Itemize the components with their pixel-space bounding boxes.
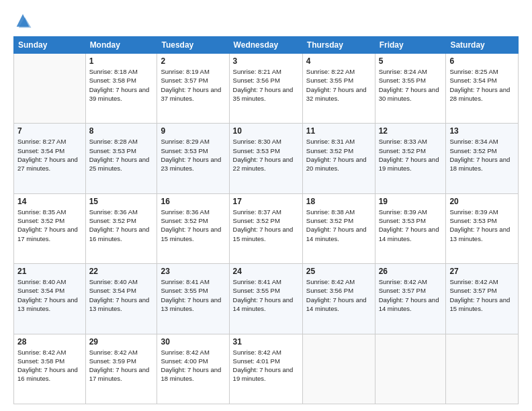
day-cell: 9Sunrise: 8:29 AMSunset: 3:53 PMDaylight… — [157, 124, 229, 193]
week-row-2: 7Sunrise: 8:27 AMSunset: 3:54 PMDaylight… — [14, 124, 519, 193]
logo — [13, 12, 34, 31]
day-number: 25 — [306, 267, 371, 276]
day-cell: 15Sunrise: 8:36 AMSunset: 3:52 PMDayligh… — [85, 193, 157, 263]
day-number: 9 — [161, 126, 225, 136]
day-cell: 19Sunrise: 8:39 AMSunset: 3:53 PMDayligh… — [375, 193, 446, 263]
day-cell: 14Sunrise: 8:35 AMSunset: 3:52 PMDayligh… — [14, 193, 86, 263]
day-info: Sunrise: 8:25 AMSunset: 3:54 PMDaylight:… — [449, 67, 515, 103]
day-cell: 23Sunrise: 8:41 AMSunset: 3:55 PMDayligh… — [157, 264, 229, 334]
day-cell — [302, 334, 375, 404]
day-info: Sunrise: 8:40 AMSunset: 3:54 PMDaylight:… — [17, 277, 82, 313]
day-info: Sunrise: 8:42 AMSunset: 3:58 PMDaylight:… — [17, 348, 82, 383]
day-info: Sunrise: 8:35 AMSunset: 3:52 PMDaylight:… — [17, 208, 82, 243]
day-number: 7 — [17, 126, 82, 136]
day-number: 5 — [379, 56, 443, 66]
day-info: Sunrise: 8:19 AMSunset: 3:57 PMDaylight:… — [161, 67, 225, 103]
week-row-1: 1Sunrise: 8:18 AMSunset: 3:58 PMDaylight… — [14, 54, 519, 124]
header — [13, 12, 519, 31]
day-cell: 31Sunrise: 8:42 AMSunset: 4:01 PMDayligh… — [229, 334, 302, 404]
day-number: 12 — [379, 126, 443, 136]
day-cell: 25Sunrise: 8:42 AMSunset: 3:56 PMDayligh… — [302, 264, 375, 334]
day-number: 28 — [17, 337, 82, 347]
day-number: 16 — [161, 197, 225, 206]
day-cell: 29Sunrise: 8:42 AMSunset: 3:59 PMDayligh… — [85, 334, 157, 404]
day-info: Sunrise: 8:41 AMSunset: 3:55 PMDaylight:… — [161, 277, 225, 313]
day-cell: 10Sunrise: 8:30 AMSunset: 3:53 PMDayligh… — [229, 124, 302, 193]
week-row-5: 28Sunrise: 8:42 AMSunset: 3:58 PMDayligh… — [14, 334, 519, 404]
day-info: Sunrise: 8:41 AMSunset: 3:55 PMDaylight:… — [233, 277, 299, 313]
day-number: 29 — [89, 337, 154, 347]
header-row: SundayMondayTuesdayWednesdayThursdayFrid… — [14, 37, 519, 54]
day-info: Sunrise: 8:37 AMSunset: 3:52 PMDaylight:… — [233, 208, 299, 243]
calendar-body: 1Sunrise: 8:18 AMSunset: 3:58 PMDaylight… — [14, 54, 519, 404]
day-info: Sunrise: 8:42 AMSunset: 3:57 PMDaylight:… — [379, 277, 443, 313]
day-info: Sunrise: 8:36 AMSunset: 3:52 PMDaylight:… — [89, 208, 154, 243]
day-number: 20 — [449, 197, 515, 206]
day-number: 22 — [89, 267, 154, 276]
column-header-sunday: Sunday — [14, 37, 86, 54]
column-header-tuesday: Tuesday — [157, 37, 229, 54]
column-header-saturday: Saturday — [446, 37, 519, 54]
day-info: Sunrise: 8:39 AMSunset: 3:53 PMDaylight:… — [379, 208, 443, 243]
day-info: Sunrise: 8:31 AMSunset: 3:52 PMDaylight:… — [306, 137, 371, 173]
column-header-monday: Monday — [85, 37, 157, 54]
week-row-4: 21Sunrise: 8:40 AMSunset: 3:54 PMDayligh… — [14, 264, 519, 334]
day-cell: 5Sunrise: 8:24 AMSunset: 3:55 PMDaylight… — [375, 54, 446, 124]
day-cell: 4Sunrise: 8:22 AMSunset: 3:55 PMDaylight… — [302, 54, 375, 124]
day-cell: 21Sunrise: 8:40 AMSunset: 3:54 PMDayligh… — [14, 264, 86, 334]
day-info: Sunrise: 8:24 AMSunset: 3:55 PMDaylight:… — [379, 67, 443, 103]
day-cell: 24Sunrise: 8:41 AMSunset: 3:55 PMDayligh… — [229, 264, 302, 334]
day-cell — [375, 334, 446, 404]
day-cell: 30Sunrise: 8:42 AMSunset: 4:00 PMDayligh… — [157, 334, 229, 404]
day-info: Sunrise: 8:36 AMSunset: 3:52 PMDaylight:… — [161, 208, 225, 243]
day-number: 31 — [233, 337, 299, 347]
day-number: 2 — [161, 56, 225, 66]
day-info: Sunrise: 8:42 AMSunset: 3:56 PMDaylight:… — [306, 277, 371, 313]
day-cell: 3Sunrise: 8:21 AMSunset: 3:56 PMDaylight… — [229, 54, 302, 124]
day-info: Sunrise: 8:29 AMSunset: 3:53 PMDaylight:… — [161, 137, 225, 173]
day-info: Sunrise: 8:42 AMSunset: 3:59 PMDaylight:… — [89, 348, 154, 383]
day-cell: 13Sunrise: 8:34 AMSunset: 3:52 PMDayligh… — [446, 124, 519, 193]
day-number: 19 — [379, 197, 443, 206]
day-info: Sunrise: 8:27 AMSunset: 3:54 PMDaylight:… — [17, 137, 82, 173]
day-cell: 27Sunrise: 8:42 AMSunset: 3:57 PMDayligh… — [446, 264, 519, 334]
day-cell: 2Sunrise: 8:19 AMSunset: 3:57 PMDaylight… — [157, 54, 229, 124]
day-cell: 20Sunrise: 8:39 AMSunset: 3:53 PMDayligh… — [446, 193, 519, 263]
day-number: 21 — [17, 267, 82, 276]
day-cell — [446, 334, 519, 404]
day-cell: 28Sunrise: 8:42 AMSunset: 3:58 PMDayligh… — [14, 334, 86, 404]
day-cell — [14, 54, 86, 124]
day-number: 4 — [306, 56, 371, 66]
day-number: 13 — [449, 126, 515, 136]
day-cell: 11Sunrise: 8:31 AMSunset: 3:52 PMDayligh… — [302, 124, 375, 193]
day-number: 6 — [449, 56, 515, 66]
column-header-friday: Friday — [375, 37, 446, 54]
day-number: 23 — [161, 267, 225, 276]
day-number: 3 — [233, 56, 299, 66]
day-cell: 1Sunrise: 8:18 AMSunset: 3:58 PMDaylight… — [85, 54, 157, 124]
day-info: Sunrise: 8:40 AMSunset: 3:54 PMDaylight:… — [89, 277, 154, 313]
day-number: 30 — [161, 337, 225, 347]
week-row-3: 14Sunrise: 8:35 AMSunset: 3:52 PMDayligh… — [14, 193, 519, 263]
day-number: 24 — [233, 267, 299, 276]
day-cell: 17Sunrise: 8:37 AMSunset: 3:52 PMDayligh… — [229, 193, 302, 263]
day-info: Sunrise: 8:22 AMSunset: 3:55 PMDaylight:… — [306, 67, 371, 103]
day-number: 17 — [233, 197, 299, 206]
day-info: Sunrise: 8:42 AMSunset: 4:01 PMDaylight:… — [233, 348, 299, 383]
column-header-wednesday: Wednesday — [229, 37, 302, 54]
logo-icon — [13, 12, 32, 31]
day-info: Sunrise: 8:18 AMSunset: 3:58 PMDaylight:… — [89, 67, 154, 103]
day-number: 18 — [306, 197, 371, 206]
calendar-table: SundayMondayTuesdayWednesdayThursdayFrid… — [13, 36, 519, 404]
day-number: 1 — [89, 56, 154, 66]
day-number: 27 — [449, 267, 515, 276]
day-info: Sunrise: 8:33 AMSunset: 3:52 PMDaylight:… — [379, 137, 443, 173]
day-cell: 22Sunrise: 8:40 AMSunset: 3:54 PMDayligh… — [85, 264, 157, 334]
day-number: 10 — [233, 126, 299, 136]
day-cell: 18Sunrise: 8:38 AMSunset: 3:52 PMDayligh… — [302, 193, 375, 263]
day-info: Sunrise: 8:34 AMSunset: 3:52 PMDaylight:… — [449, 137, 515, 173]
day-info: Sunrise: 8:38 AMSunset: 3:52 PMDaylight:… — [306, 208, 371, 243]
day-number: 8 — [89, 126, 154, 136]
day-cell: 16Sunrise: 8:36 AMSunset: 3:52 PMDayligh… — [157, 193, 229, 263]
day-cell: 7Sunrise: 8:27 AMSunset: 3:54 PMDaylight… — [14, 124, 86, 193]
